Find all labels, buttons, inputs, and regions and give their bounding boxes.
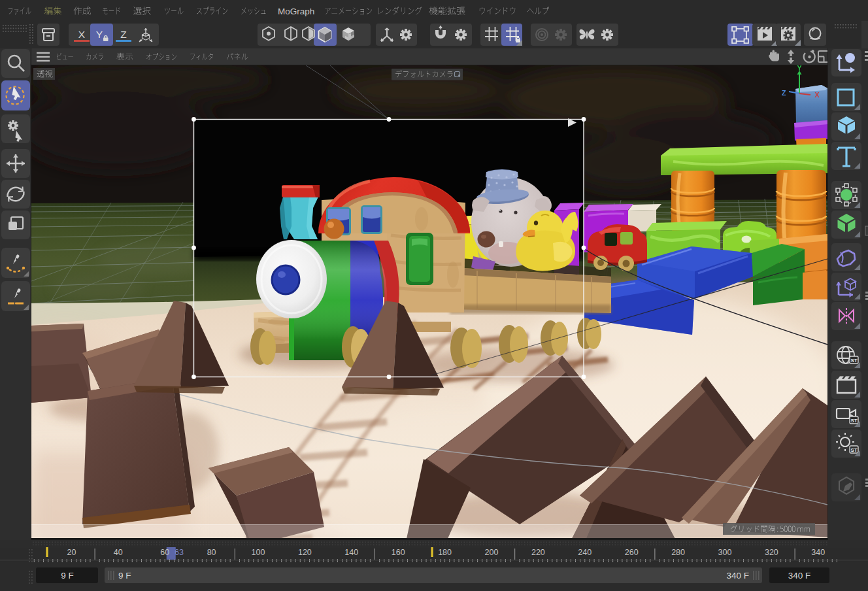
svg-text:ST: ST (850, 358, 857, 363)
svg-text:40: 40 (114, 548, 123, 557)
svg-text:20: 20 (67, 548, 76, 557)
svg-text:160: 160 (392, 548, 405, 557)
svg-text:260: 260 (625, 548, 639, 557)
svg-text:240: 240 (578, 548, 592, 557)
svg-text:Z: Z (120, 29, 126, 40)
svg-text:ST: ST (850, 418, 857, 424)
svg-text:80: 80 (207, 548, 216, 557)
svg-text:100: 100 (252, 548, 265, 557)
svg-text:Y: Y (96, 29, 103, 40)
svg-text:X: X (814, 91, 820, 99)
svg-text:Z: Z (782, 89, 786, 97)
svg-text:140: 140 (344, 548, 358, 557)
svg-text:MoGraph: MoGraph (278, 7, 314, 16)
svg-text:320: 320 (765, 548, 778, 557)
svg-text:63: 63 (175, 548, 184, 557)
svg-text:9 F: 9 F (61, 571, 74, 581)
svg-text:ST: ST (850, 447, 857, 453)
svg-text:340: 340 (811, 548, 825, 557)
svg-text:220: 220 (531, 548, 545, 557)
svg-text:300: 300 (718, 548, 732, 557)
svg-text:Y: Y (797, 65, 801, 72)
svg-text:340 F: 340 F (726, 571, 749, 581)
svg-text:X: X (78, 29, 86, 40)
svg-text:9 F: 9 F (118, 571, 131, 581)
svg-text:180: 180 (438, 548, 452, 557)
svg-text:120: 120 (298, 548, 312, 557)
svg-text:200: 200 (485, 548, 499, 557)
svg-text:60: 60 (160, 548, 169, 557)
svg-text:280: 280 (671, 548, 685, 557)
svg-text:340 F: 340 F (788, 571, 811, 581)
